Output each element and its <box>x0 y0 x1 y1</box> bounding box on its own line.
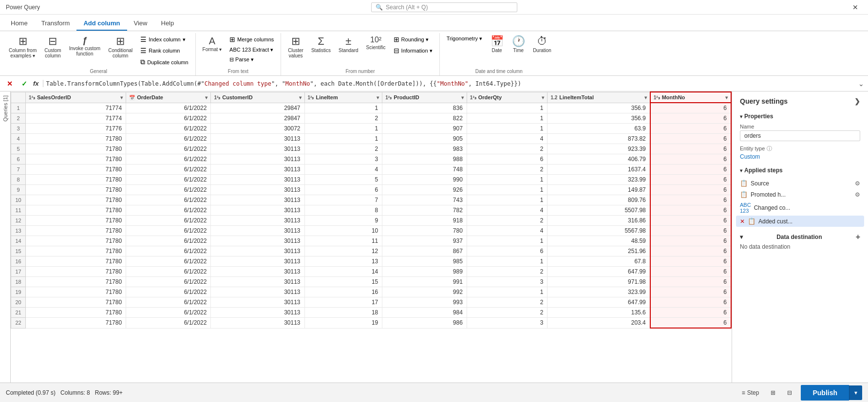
cell-orderqty: 1 <box>467 113 547 124</box>
col-header-monthno[interactable]: 1²₃ MonthNo ▾ <box>650 92 731 103</box>
conditional-column-button[interactable]: ⊞ Conditionalcolumn <box>105 34 135 60</box>
cell-productid: 926 <box>382 185 467 195</box>
cell-orderdate: 6/1/2022 <box>126 267 211 277</box>
cell-salesorderid: 71780 <box>26 154 126 164</box>
cell-productid: 822 <box>382 113 467 124</box>
col-name-monthno: MonthNo <box>662 94 685 100</box>
step-added-label: Added cust... <box>758 218 860 225</box>
entity-type-info-icon[interactable]: ⓘ <box>767 145 772 152</box>
col-arrow-orderdate: ▾ <box>205 95 208 100</box>
statistics-button[interactable]: Σ Statistics <box>308 34 334 55</box>
col-header-lineitem[interactable]: 1²₃ LineItem ▾ <box>304 92 382 103</box>
table-row: 9717806/1/20223011369261149.876 <box>11 185 732 195</box>
datetime-group-label: Date and time column <box>444 68 554 75</box>
query-settings-expand[interactable]: ❯ <box>854 97 860 105</box>
step-promoted-gear[interactable]: ⚙ <box>855 191 860 198</box>
cell-productid: 780 <box>382 226 467 236</box>
standard-button[interactable]: ± Standard <box>336 34 361 55</box>
formula-confirm-button[interactable]: ✓ <box>19 78 30 89</box>
diagram-view-button[interactable]: ⊞ <box>768 388 778 397</box>
date-button[interactable]: 📅 Date <box>487 34 507 55</box>
col-header-productid[interactable]: 1²₃ ProductID ▾ <box>382 92 467 103</box>
add-destination-button[interactable]: + <box>856 233 860 241</box>
tab-home[interactable]: Home <box>4 17 35 31</box>
close-button[interactable]: ✕ <box>849 2 862 12</box>
formula-expand-button[interactable]: ⌄ <box>858 80 864 88</box>
duration-button[interactable]: ⏱ Duration <box>530 34 554 55</box>
cell-monthno: 6 <box>650 256 731 267</box>
formula-input[interactable]: Table.TransformColumnTypes(Table.AddColu… <box>46 80 855 87</box>
col-header-lineitemtotal[interactable]: 1.2 LineItemTotal ▾ <box>547 92 650 103</box>
invoke-custom-function-button[interactable]: ƒ Invoke customfunction <box>66 34 103 58</box>
schema-view-button[interactable]: ⊟ <box>784 388 795 397</box>
information-button[interactable]: ⊟ Information ▾ <box>391 45 435 56</box>
status-right: ≡ Step ⊞ ⊟ Publish ▾ <box>739 385 862 401</box>
cell-customerid: 30113 <box>211 195 304 205</box>
col-header-orderqty[interactable]: 1²₃ OrderQty ▾ <box>467 92 547 103</box>
column-from-examples-button[interactable]: ⊞ Column fromexamples ▾ <box>6 34 39 60</box>
properties-label: Properties <box>744 113 773 120</box>
duplicate-column-button[interactable]: ⧉ Duplicate column <box>137 56 191 68</box>
name-input[interactable] <box>740 130 860 141</box>
cell-orderdate: 6/1/2022 <box>126 287 211 297</box>
formula-cancel-button[interactable]: ✕ <box>4 78 16 89</box>
col-arrow-customerid: ▾ <box>299 95 302 100</box>
cell-monthno: 6 <box>650 134 731 144</box>
col-arrow-orderqty: ▾ <box>542 95 544 100</box>
cell-orderqty: 1 <box>467 287 547 297</box>
custom-column-button[interactable]: ⊟ Customcolumn <box>41 34 64 60</box>
table-row: 4717806/1/20223011319054873.826 <box>11 134 732 144</box>
cell-lineitemtotal: 5507.98 <box>547 205 650 216</box>
rank-column-button[interactable]: ☰ Rank column <box>137 45 191 56</box>
cell-orderdate: 6/1/2022 <box>126 236 211 246</box>
cell-lineitem: 6 <box>304 185 382 195</box>
cell-lineitem: 18 <box>304 308 382 318</box>
row-number: 11 <box>11 205 26 216</box>
cell-lineitem: 9 <box>304 216 382 226</box>
publish-button[interactable]: Publish <box>801 385 849 401</box>
cell-lineitemtotal: 67.8 <box>547 256 650 267</box>
time-button[interactable]: 🕐 Time <box>509 34 528 55</box>
col-header-orderdate[interactable]: 📅 OrderDate ▾ <box>126 92 211 103</box>
row-number: 7 <box>11 164 26 175</box>
cell-customerid: 30113 <box>211 277 304 287</box>
step-promoted[interactable]: 📋 Promoted h... ⚙ <box>736 189 864 200</box>
step-added[interactable]: ✕ 📋 Added cust... <box>736 216 864 227</box>
from-number-stack: ⊞ Rounding ▾ ⊟ Information ▾ <box>391 34 435 56</box>
parse-button[interactable]: ⊟ Parse ▾ <box>226 55 277 64</box>
table-row: 22717806/1/202230113199863203.46 <box>11 318 732 329</box>
cell-lineitem: 16 <box>304 287 382 297</box>
col-header-salesorderid[interactable]: 1²₃ SalesOrderID ▾ <box>26 92 126 103</box>
data-grid-container[interactable]: 1²₃ SalesOrderID ▾ 📅 OrderDate ▾ <box>11 91 732 383</box>
entity-type-value: Custom <box>740 152 860 161</box>
cell-lineitem: 13 <box>304 256 382 267</box>
tab-help[interactable]: Help <box>154 17 181 31</box>
rounding-icon: ⊞ <box>394 36 399 43</box>
cell-productid: 918 <box>382 216 467 226</box>
tab-view[interactable]: View <box>127 17 154 31</box>
search-bar[interactable]: 🔍 Search (Alt + Q) <box>371 2 517 12</box>
tab-add-column[interactable]: Add column <box>76 17 127 31</box>
col-name-lineitem: LineItem <box>316 94 338 100</box>
cell-lineitemtotal: 316.86 <box>547 216 650 226</box>
index-column-button[interactable]: ☰ Index column ▾ <box>137 34 191 45</box>
publish-dropdown-button[interactable]: ▾ <box>849 385 862 400</box>
step-added-delete[interactable]: ✕ <box>740 218 745 225</box>
step-changed[interactable]: ABC123 Changed co... <box>736 200 864 216</box>
steps-list: 📋 Source ⚙ 📋 Promoted h... ⚙ ABC123 Chan… <box>732 176 868 229</box>
step-view-button[interactable]: ≡ Step <box>739 388 762 397</box>
cluster-values-button[interactable]: ⊞ Clustervalues <box>285 34 306 60</box>
extract-button[interactable]: ABC 123 Extract ▾ <box>226 45 277 55</box>
date-label: Date <box>492 48 502 53</box>
step-source-gear[interactable]: ⚙ <box>855 180 860 187</box>
cell-salesorderid: 71780 <box>26 144 126 154</box>
step-source[interactable]: 📋 Source ⚙ <box>736 178 864 189</box>
scientific-button[interactable]: 10² Scientific <box>363 34 389 52</box>
rounding-button[interactable]: ⊞ Rounding ▾ <box>391 34 435 45</box>
trigonometry-button[interactable]: Trigonometry ▾ <box>444 34 485 43</box>
queries-label[interactable]: Queries [1] <box>2 95 8 122</box>
col-header-customerid[interactable]: 1²₃ CustomerID ▾ <box>211 92 304 103</box>
format-button[interactable]: A Format ▾ <box>200 34 225 54</box>
merge-columns-button[interactable]: ⊞ Merge columns <box>226 34 277 45</box>
tab-transform[interactable]: Transform <box>35 17 77 31</box>
